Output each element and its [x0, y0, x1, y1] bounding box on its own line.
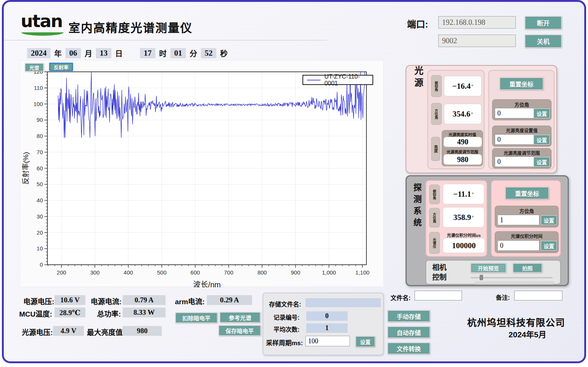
app-window: utan 室内高精度光谱测量仪 2024 年 06 月 13 日 17 时 01… — [2, 0, 586, 363]
svg-text:200: 200 — [57, 269, 66, 276]
detector-azimuth-set-input[interactable] — [497, 215, 539, 225]
mcu-temperature-label: MCU温度: — [19, 308, 52, 318]
brightness-range-set-button[interactable]: 设置 — [533, 157, 550, 167]
tab-spectrum[interactable]: 光谱 — [25, 63, 44, 71]
ip-address-input[interactable] — [438, 16, 516, 29]
light-source-title: 光源 — [412, 66, 425, 173]
arm-current-value: 0.29 A — [207, 295, 252, 305]
camera-control-title: 相机控制 — [432, 263, 452, 282]
sampling-period-label: 采样周期ms: — [266, 338, 303, 347]
detector-azimuth-display: 358.9° — [443, 207, 484, 227]
azimuth-set-button[interactable]: 设置 — [533, 108, 550, 118]
svg-text:20: 20 — [36, 229, 43, 236]
brightness-set-button[interactable]: 设置 — [533, 135, 550, 145]
svg-text:50: 50 — [36, 181, 43, 187]
svg-text:70: 70 — [36, 149, 43, 155]
svg-text:110: 110 — [34, 85, 43, 91]
svg-text:300: 300 — [90, 269, 100, 276]
reference-spectrum-button[interactable]: 参考光谱 — [220, 312, 260, 323]
supply-current-value: 0.79 A — [123, 295, 166, 305]
start-preview-button[interactable]: 开始预览 — [471, 263, 506, 273]
detection-system-title: 探测系统 — [410, 183, 422, 270]
detector-pitch-display: −11.1° — [443, 184, 484, 204]
remark-input[interactable] — [514, 291, 562, 300]
spectrometer-label: 光谱仪 — [429, 232, 440, 254]
brightness-realtime-value: 490 — [444, 137, 482, 147]
svg-text:波长/nm: 波长/nm — [193, 281, 220, 287]
brightness-range-value: 980 — [444, 154, 482, 165]
month-value: 06 — [65, 48, 81, 58]
file-convert-button[interactable]: 文件转换 — [387, 343, 430, 354]
azimuth-angle-label: 方位角 — [429, 208, 440, 227]
minute-value: 01 — [170, 48, 186, 58]
hour-unit: 时 — [158, 48, 167, 59]
brightness-range-set-input[interactable] — [495, 156, 534, 167]
brightness-range-set-label: 光源亮度调节范围 — [492, 150, 551, 156]
detector-pitch-value: −11.1 — [453, 190, 471, 199]
azimuth-set-input[interactable] — [495, 108, 534, 118]
disconnect-button[interactable]: 断开 — [525, 16, 562, 29]
svg-text:10: 10 — [36, 245, 43, 252]
supply-voltage-value: 10.6 V — [55, 295, 85, 305]
degree-sign: ° — [470, 112, 473, 116]
camera-control-panel: 相机控制 开始预览 拍照 — [425, 260, 561, 285]
detector-reset-coordinates-button[interactable]: 重置坐标 — [505, 187, 549, 199]
integration-set-button[interactable]: 设置 — [541, 241, 557, 251]
subtract-dark-level-button[interactable]: 扣除暗电平 — [175, 312, 217, 323]
camera-scrollbar[interactable] — [474, 281, 554, 284]
company-name: 杭州坞坦科技有限公司 — [460, 315, 573, 329]
svg-text:反射率(%): 反射率(%) — [22, 152, 30, 185]
auto-save-button[interactable]: 自动存储 — [387, 326, 430, 338]
brightness-set-input[interactable] — [495, 134, 534, 145]
chart-panel: 2003004005006007008009001,0001,100010203… — [20, 60, 384, 287]
svg-text:600: 600 — [190, 269, 200, 276]
year-value: 2024 — [27, 48, 50, 58]
integration-time-display: 100000 — [443, 238, 485, 253]
storage-filename-input[interactable] — [305, 298, 381, 307]
svg-text:800: 800 — [257, 269, 267, 276]
brightness-label: 亮度 — [431, 137, 440, 161]
svg-text:30: 30 — [36, 213, 43, 220]
day-value: 13 — [96, 48, 111, 58]
tab-reflectance[interactable]: 反射率 — [49, 63, 73, 71]
port-number-input[interactable] — [438, 35, 516, 47]
brightness-range-label: 光源亮度调节范围 — [442, 149, 483, 155]
remark-label: 备注: — [496, 293, 510, 302]
detector-azimuth-set-button[interactable]: 设置 — [541, 215, 557, 225]
filename-input[interactable] — [415, 291, 462, 300]
storage-panel: 存储文件名: 记录编号: 0 平均次数: 1 采样周期ms: 设置 — [263, 293, 384, 355]
max-brightness-label: 最大亮度值: — [87, 327, 125, 337]
capture-photo-button[interactable]: 拍照 — [513, 263, 542, 273]
svg-text:100: 100 — [33, 101, 43, 107]
second-unit: 秒 — [219, 48, 228, 59]
average-count-value[interactable]: 1 — [306, 323, 348, 333]
svg-text:1,100: 1,100 — [356, 269, 370, 276]
month-unit: 月 — [84, 48, 93, 59]
integration-set-input[interactable] — [497, 240, 539, 251]
reflectance-chart: 2003004005006007008009001,0001,100010203… — [20, 61, 383, 289]
pitch-angle-value: −16.4 — [452, 82, 471, 91]
record-number-value[interactable]: 0 — [306, 311, 348, 321]
light-source-panel: 光源 俯仰角 −16.4° 方位角 354.6° 亮度 光源亮度实时值 490 … — [406, 65, 557, 173]
camera-slider-thumb[interactable] — [480, 275, 483, 280]
light-source-reset-coordinates-button[interactable]: 重置坐标 — [500, 77, 543, 90]
brightness-set-label: 光源亮度设置值 — [492, 127, 551, 133]
degree-sign: ° — [471, 215, 474, 219]
storage-filename-label: 存储文件名: — [269, 299, 301, 308]
year-unit: 年 — [53, 48, 62, 59]
brand-logo-swoosh-icon — [21, 29, 64, 36]
shutdown-button[interactable]: 关机 — [525, 35, 562, 48]
second-value: 52 — [201, 48, 216, 58]
datetime-row: 2024 年 06 月 13 日 17 时 01 分 52 秒 — [27, 48, 228, 59]
day-unit: 日 — [114, 48, 123, 59]
hour-value: 17 — [140, 48, 155, 58]
svg-text:90: 90 — [36, 117, 43, 123]
manual-save-button[interactable]: 手动存储 — [387, 310, 430, 322]
save-dark-level-button[interactable]: 保存暗电平 — [219, 325, 261, 336]
detector-azimuth-set-group: 方位角 设置 — [495, 206, 559, 227]
brightness-set-group: 光源亮度设置值 设置 — [492, 126, 552, 147]
sampling-period-set-button[interactable]: 设置 — [356, 336, 375, 347]
sampling-period-input[interactable] — [305, 336, 350, 346]
record-number-label: 记录编号: — [273, 312, 299, 322]
brand-logo: utan — [21, 12, 66, 36]
